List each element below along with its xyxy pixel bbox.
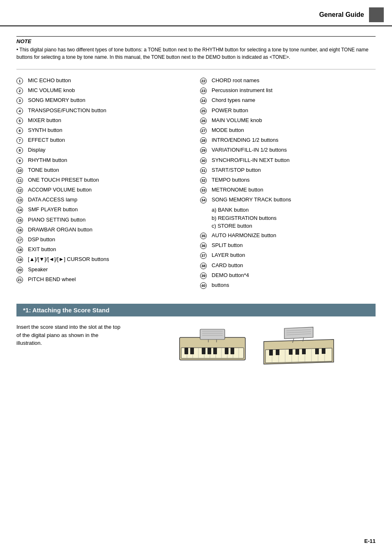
item-number: 18 [16,247,28,253]
item-label: START/STOP button [212,166,376,174]
svg-marker-42 [322,348,325,354]
item-label: PITCH BEND wheel [28,276,192,283]
item-label: CARD button [212,262,376,269]
svg-rect-17 [225,348,228,354]
item-label: SPLIT button [212,242,376,249]
item-label: [▲]/[▼]/[◄]/[►] CURSOR buttons [28,256,192,263]
list-item: 24Chord types name [200,97,376,104]
list-item: 2MIC VOLUME knob [16,87,192,94]
item-number: 28 [200,137,212,144]
list-item: 10TONE button [16,166,192,174]
item-number: 17 [16,237,28,243]
svg-marker-39 [295,349,299,355]
list-item: 29VARIATION/FILL-IN 1/2 buttons [200,146,376,154]
svg-rect-19 [200,329,225,339]
list-item: 36SPLIT button [200,242,376,249]
item-number: 39 [200,272,212,279]
item-label: TONE button [28,166,192,174]
svg-rect-14 [202,348,205,354]
item-number: 14 [16,207,28,213]
list-item: 31START/STOP button [200,166,376,174]
page-number: E-11 [364,538,376,544]
list-item: 28INTRO/ENDING 1/2 buttons [200,136,376,144]
list-item: 27MODE button [200,127,376,134]
list-item: 23Percussion instrument list [200,87,376,94]
list-item: 19[▲]/[▼]/[◄]/[►] CURSOR buttons [16,256,192,263]
svg-marker-38 [289,349,293,355]
item-label: PIANO SETTING button [28,216,192,224]
list-item: 38CARD button [200,262,376,269]
list-item: 35AUTO HARMONIZE button [200,232,376,239]
list-item: 34SONG MEMORY TRACK buttons [200,196,376,203]
item-label: MAIN VOLUME knob [212,117,376,124]
item-number: 7 [16,137,28,144]
piano-illustration-1 [175,323,249,372]
item-label: MIXER button [28,117,192,124]
items-container: 1MIC ECHO button2MIC VOLUME knob3SONG ME… [16,77,376,291]
item-label: VARIATION/FILL-IN 1/2 buttons [212,146,376,154]
item-label: Chord types name [212,97,376,104]
item-number: 9 [16,157,28,164]
item-number: 30 [200,157,212,164]
score-section: Insert the score stand into the slot at … [16,323,376,372]
item-label: Display [28,146,192,154]
item-label: MIC VOLUME knob [28,87,192,94]
item-label: SONG MEMORY TRACK buttons [212,196,376,203]
list-item: 33METRONOME button [200,186,376,194]
item-number: 6 [16,127,28,134]
item-number: 1 [16,78,28,84]
score-text: Insert the score stand into the slot at … [16,323,123,347]
item-number: 38 [200,263,212,269]
list-item: 37LAYER button [200,252,376,259]
svg-rect-16 [213,348,217,354]
item-label: METRONOME button [212,186,376,194]
item-label: POWER button [212,107,376,114]
item-label: EXIT button [28,246,192,253]
list-item: 25POWER button [200,107,376,114]
item-number: 31 [200,167,212,174]
item-number: 5 [16,118,28,124]
item-number: 34 [200,197,212,203]
list-item: 18EXIT button [16,246,192,253]
item-number: 21 [16,277,28,283]
item-number: 27 [200,127,212,134]
note-text: • This digital piano has two different t… [16,46,376,61]
item-number: 37 [200,252,212,259]
item-label: ACCOMP VOLUME button [28,186,192,194]
list-item: 5MIXER button [16,117,192,124]
item-label: ONE TOUCH PRESET button [28,176,192,184]
list-item: 26MAIN VOLUME knob [200,117,376,124]
right-column: 22CHORD root names23Percussion instrumen… [200,77,376,291]
list-item: 22CHORD root names [200,77,376,84]
item-number: 24 [200,97,212,104]
item-number: 26 [200,118,212,124]
item-label: CHORD root names [212,77,376,84]
item-number: 32 [200,177,212,184]
section-heading: *1: Attaching the Score Stand [16,304,376,316]
note-label: NOTE [16,38,376,44]
svg-rect-18 [231,348,234,354]
item-label: RHYTHM button [28,157,192,164]
item-number: 25 [200,108,212,114]
item-sub-list: a) BANK buttonb) REGISTRATION buttonsc) … [212,206,376,230]
left-column: 1MIC ECHO button2MIC VOLUME knob3SONG ME… [16,77,192,291]
item-label: EFFECT button [28,136,192,144]
item-number: 29 [200,147,212,154]
item-number: 22 [200,78,212,84]
item-sub-row: a) BANK button [212,206,376,214]
item-label: AUTO HARMONIZE button [212,232,376,239]
score-images [136,323,376,372]
item-number: 23 [200,88,212,94]
list-item: 3SONG MEMORY button [16,97,192,104]
section-divider [16,69,376,69]
item-label: DRAWBAR ORGAN button [28,226,192,233]
item-label: MIC ECHO button [28,77,192,84]
svg-marker-37 [276,349,279,355]
svg-rect-12 [184,348,188,354]
item-label: SMF PLAYER button [28,206,192,213]
item-label: TRANSPOSE/FUNCTION button [28,107,192,114]
item-number: 2 [16,88,28,94]
svg-rect-13 [190,348,194,354]
list-item: 20Speaker [16,266,192,273]
header-title: General Guide [319,11,364,18]
